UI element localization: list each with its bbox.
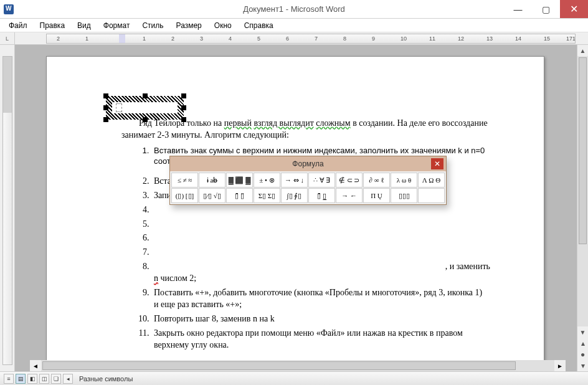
window-title: Документ1 - Microsoft Word [243, 4, 345, 14]
list-item: x , и заменить n числом 2; [151, 261, 488, 285]
formula-cell[interactable]: ▯̄ ▯̈ [226, 188, 253, 203]
page[interactable]: Ряд Тейлора только на первый взгляд выгл… [46, 56, 544, 361]
menu-edit[interactable]: Правка [34, 20, 72, 31]
equation-cursor [116, 103, 122, 112]
document-viewport[interactable]: Ряд Тейлора только на первый взгляд выгл… [15, 45, 577, 371]
formula-cell[interactable]: ∴ ∀ ∃ [308, 173, 335, 188]
formula-cell[interactable]: Λ Ω Θ [418, 173, 445, 188]
vscroll-down[interactable]: ▼ [577, 326, 588, 338]
formula-titlebar[interactable]: Формула ✕ [170, 156, 446, 171]
view-normal-icon[interactable]: ≡ [4, 374, 14, 384]
formula-cell[interactable]: ∂ ∞ ℓ [363, 173, 390, 188]
formula-cell[interactable]: ▯̄ ▯̲ [308, 188, 335, 203]
menubar: Файл Правка Вид Формат Стиль Размер Окно… [0, 19, 588, 32]
formula-cell[interactable] [418, 188, 445, 203]
view-outline-icon[interactable]: ◫ [39, 374, 49, 384]
browse-select[interactable]: ● [577, 349, 588, 360]
close-button[interactable]: ✕ [560, 0, 588, 18]
menu-window[interactable]: Окно [208, 20, 238, 31]
formula-cell[interactable]: ▓ ⬛ ▓ [226, 173, 253, 188]
formula-cell[interactable]: → ← [336, 188, 363, 203]
status-text: Разные символы [79, 375, 133, 383]
vertical-ruler[interactable] [0, 45, 15, 371]
vscroll-thumb[interactable] [579, 57, 587, 244]
equation-object[interactable] [106, 96, 184, 120]
list-item [151, 219, 488, 231]
vscroll-up[interactable]: ▲ [577, 45, 588, 56]
ruler-corner[interactable]: L [0, 32, 15, 44]
view-extra-icon[interactable]: ◂ [63, 374, 73, 384]
formula-palette: ≤ ≠ ≈ɨ ab̶▓ ⬛ ▓± • ⊗→ ⇔ ↓∴ ∀ ∃∉ ⊂ ⊃∂ ∞ ℓ… [170, 171, 446, 204]
menu-help[interactable]: Справка [238, 20, 280, 31]
horizontal-ruler[interactable]: 3211234567891011121314151617 [46, 34, 576, 44]
window-controls: — ▢ ✕ [504, 0, 588, 18]
list-item [151, 204, 488, 216]
menu-size[interactable]: Размер [170, 20, 208, 31]
hscroll-right[interactable]: ► [554, 360, 566, 371]
vertical-scrollbar[interactable]: ▲ ▼ ▴ ● ▾ [577, 45, 588, 371]
app-icon [4, 4, 14, 14]
browse-next[interactable]: ▾ [577, 360, 588, 371]
view-read-icon[interactable]: ❏ [51, 374, 61, 384]
formula-cell[interactable]: (▯) [▯] [171, 188, 198, 203]
view-print-icon[interactable]: ▤ [16, 374, 26, 384]
formula-cell[interactable]: ɨ ab̶ [199, 173, 225, 188]
menu-style[interactable]: Стиль [136, 20, 169, 31]
formula-close-button[interactable]: ✕ [431, 158, 443, 169]
formula-cell[interactable]: Π Ų [363, 188, 390, 203]
view-mode-icons: ≡ ▤ ◧ ◫ ❏ ◂ [4, 374, 73, 384]
menu-file[interactable]: Файл [2, 20, 34, 31]
formula-cell[interactable]: ± • ⊗ [254, 173, 280, 188]
statusbar: ≡ ▤ ◧ ◫ ❏ ◂ Разные символы [0, 371, 588, 385]
hscroll-thumb[interactable] [42, 361, 516, 370]
list-item: Закрыть окно редактора при помощи меню «… [151, 328, 488, 351]
horizontal-scrollbar[interactable]: ◄ ► [30, 360, 566, 371]
menu-view[interactable]: Вид [71, 20, 97, 31]
view-web-icon[interactable]: ◧ [27, 374, 37, 384]
formula-cell[interactable]: ∫▯ ∮▯ [281, 188, 308, 203]
list-item [151, 247, 488, 259]
formula-cell[interactable]: ▯⁄▯ √▯ [199, 188, 225, 203]
maximize-button[interactable]: ▢ [532, 0, 560, 18]
menu-format[interactable]: Формат [97, 20, 136, 31]
browse-prev[interactable]: ▴ [577, 338, 588, 349]
work-area: Ряд Тейлора только на первый взгляд выгл… [0, 45, 588, 371]
list-item [151, 232, 488, 244]
intro-paragraph: Ряд Тейлора только на первый взгляд выгл… [121, 118, 488, 141]
titlebar: Документ1 - Microsoft Word — ▢ ✕ [0, 0, 588, 19]
formula-cell[interactable]: → ⇔ ↓ [281, 173, 308, 188]
list-item: Поставить «+», добавить многоточие (кноп… [151, 287, 488, 311]
formula-cell[interactable]: ≤ ≠ ≈ [171, 173, 198, 188]
formula-title-text: Формула [292, 159, 323, 168]
formula-cell[interactable]: ▯▯▯ [391, 188, 417, 203]
list-item: Повторить шаг 8, заменив n на k [151, 313, 488, 325]
formula-cell[interactable]: λ ω θ [391, 173, 417, 188]
formula-toolbar[interactable]: Формула ✕ ≤ ≠ ≈ɨ ab̶▓ ⬛ ▓± • ⊗→ ⇔ ↓∴ ∀ ∃… [169, 156, 447, 205]
hscroll-left[interactable]: ◄ [30, 360, 41, 371]
ruler-row: L 3211234567891011121314151617 [0, 32, 588, 45]
formula-cell[interactable]: ∉ ⊂ ⊃ [336, 173, 363, 188]
minimize-button[interactable]: — [504, 0, 532, 18]
formula-cell[interactable]: Σ▯ Σ▯ [254, 188, 280, 203]
